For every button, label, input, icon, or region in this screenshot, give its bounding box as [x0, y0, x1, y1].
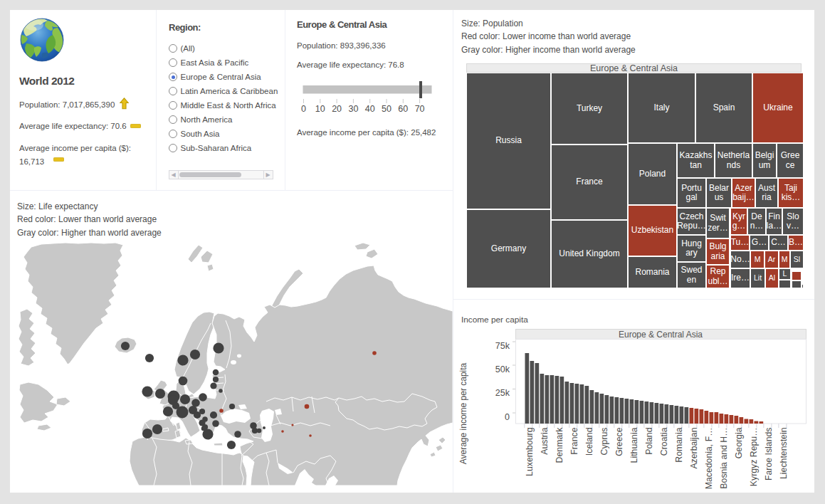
- svg-text:Georgia: Georgia: [734, 427, 744, 458]
- svg-text:Liechtenstein: Liechtenstein: [779, 427, 789, 479]
- svg-text:Romania: Romania: [674, 427, 684, 462]
- svg-text:Cyprus: Cyprus: [599, 428, 609, 456]
- svg-text:Poland: Poland: [644, 427, 654, 454]
- svg-text:Azerbaijan: Azerbaijan: [689, 427, 699, 468]
- svg-text:Lithuania: Lithuania: [629, 427, 639, 463]
- svg-text:Faroe Islands: Faroe Islands: [764, 428, 774, 481]
- svg-text:Luxembourg: Luxembourg: [525, 427, 535, 476]
- svg-text:Iceland: Iceland: [584, 427, 594, 456]
- svg-text:75k: 75k: [495, 341, 510, 351]
- svg-text:Kyrgyz Repu…: Kyrgyz Repu…: [749, 428, 759, 487]
- svg-text:40: 40: [365, 104, 375, 114]
- svg-text:Greece: Greece: [614, 427, 624, 456]
- svg-text:France: France: [569, 427, 579, 454]
- svg-text:Macedonia, F…: Macedonia, F…: [704, 428, 714, 490]
- svg-text:Denmark: Denmark: [555, 427, 564, 463]
- svg-text:70: 70: [415, 104, 425, 114]
- svg-text:30: 30: [348, 104, 358, 114]
- svg-text:0: 0: [505, 412, 510, 422]
- svg-text:Europe & Central Asia: Europe & Central Asia: [619, 330, 703, 340]
- svg-text:0: 0: [301, 104, 306, 114]
- svg-text:Croatia: Croatia: [659, 427, 669, 456]
- svg-text:Average income per capita: Average income per capita: [458, 362, 468, 464]
- svg-text:20: 20: [332, 104, 342, 114]
- svg-text:60: 60: [398, 104, 408, 114]
- svg-text:50k: 50k: [495, 364, 510, 374]
- svg-text:50: 50: [382, 104, 392, 114]
- svg-text:25k: 25k: [495, 388, 510, 398]
- svg-text:Bosnia and H…: Bosnia and H…: [719, 428, 729, 489]
- svg-text:Austria: Austria: [540, 427, 550, 454]
- svg-text:10: 10: [315, 104, 325, 114]
